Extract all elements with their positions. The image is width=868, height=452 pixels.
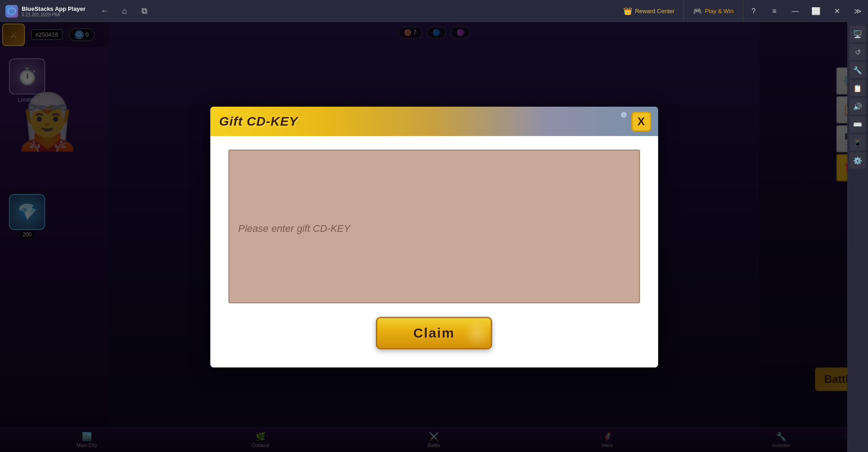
cdkey-input-area[interactable]: Please enter gift CD-KEY bbox=[228, 150, 640, 303]
reward-center-button[interactable]: 👑 Reward Center bbox=[614, 0, 684, 22]
claim-button[interactable]: Claim bbox=[376, 317, 493, 349]
close-icon: X bbox=[637, 115, 645, 128]
sidebar-display-btn[interactable]: 🖥️ bbox=[849, 26, 866, 42]
svg-marker-1 bbox=[9, 9, 14, 14]
claim-button-container: Claim bbox=[228, 317, 640, 349]
menu-button[interactable]: ≡ bbox=[764, 0, 785, 22]
sidebar-refresh-btn[interactable]: ↺ bbox=[849, 44, 866, 60]
play-icon: 🎮 bbox=[693, 7, 702, 15]
back-button[interactable]: ← bbox=[98, 5, 111, 18]
app-name: BlueStacks App Player bbox=[22, 5, 85, 12]
restore-button[interactable]: ⬜ bbox=[806, 0, 826, 22]
cdkey-modal-title: Gift CD-KEY bbox=[219, 114, 298, 129]
sidebar-settings-btn[interactable]: 🔧 bbox=[849, 62, 866, 78]
extra-button[interactable]: ≫ bbox=[847, 0, 868, 22]
title-bar-right: 👑 Reward Center 🎮 Play & Win ? ≡ — ⬜ ✕ ≫ bbox=[614, 0, 868, 22]
home-button[interactable]: ⌂ bbox=[118, 5, 131, 18]
cdkey-input-placeholder: Please enter gift CD-KEY bbox=[238, 223, 351, 235]
game-background: ⚔ #250416 ⬡ 0 ⏱️ Limited 🧝 💎 200 🟤7 bbox=[0, 22, 868, 452]
app-right-sidebar: 🖥️ ↺ 🔧 📋 🔊 ⌨️ 📱 ⚙️ bbox=[847, 22, 868, 452]
crown-icon: 👑 bbox=[623, 7, 632, 15]
play-win-button[interactable]: 🎮 Play & Win bbox=[684, 0, 743, 22]
app-logo-section: BlueStacks App Player 5.21.201.1029 P64 bbox=[0, 5, 91, 18]
help-button[interactable]: ? bbox=[743, 0, 764, 22]
app-name-section: BlueStacks App Player 5.21.201.1029 P64 bbox=[22, 5, 85, 17]
claim-label: Claim bbox=[413, 325, 455, 340]
sidebar-keyboard-btn[interactable]: ⌨️ bbox=[849, 116, 866, 132]
window-button[interactable]: ⧉ bbox=[138, 5, 151, 18]
title-bar: BlueStacks App Player 5.21.201.1029 P64 … bbox=[0, 0, 868, 22]
cdkey-modal-header: Gift CD-KEY X bbox=[210, 107, 658, 136]
bluestacks-logo bbox=[5, 5, 18, 18]
minimize-button[interactable]: — bbox=[785, 0, 806, 22]
cdkey-modal: Gift CD-KEY X Please enter gift CD-KEY bbox=[210, 107, 658, 367]
sidebar-mobile-btn[interactable]: 📱 bbox=[849, 134, 866, 151]
sidebar-config-btn[interactable]: ⚙️ bbox=[849, 152, 866, 169]
title-bar-navigation: ← ⌂ ⧉ bbox=[91, 5, 158, 18]
header-circle bbox=[621, 112, 626, 118]
cdkey-modal-body: Please enter gift CD-KEY Claim bbox=[210, 136, 658, 367]
play-win-label: Play & Win bbox=[705, 8, 734, 14]
modal-backdrop: Gift CD-KEY X Please enter gift CD-KEY bbox=[0, 22, 868, 452]
window-controls: ? ≡ — ⬜ ✕ ≫ bbox=[743, 0, 868, 22]
sidebar-volume-btn[interactable]: 🔊 bbox=[849, 98, 866, 114]
cdkey-close-button[interactable]: X bbox=[631, 112, 651, 132]
reward-center-label: Reward Center bbox=[635, 8, 674, 14]
app-version: 5.21.201.1029 P64 bbox=[22, 12, 85, 17]
close-button[interactable]: ✕ bbox=[826, 0, 847, 22]
sidebar-clipboard-btn[interactable]: 📋 bbox=[849, 80, 866, 96]
cdkey-title-container: Gift CD-KEY bbox=[219, 114, 298, 129]
